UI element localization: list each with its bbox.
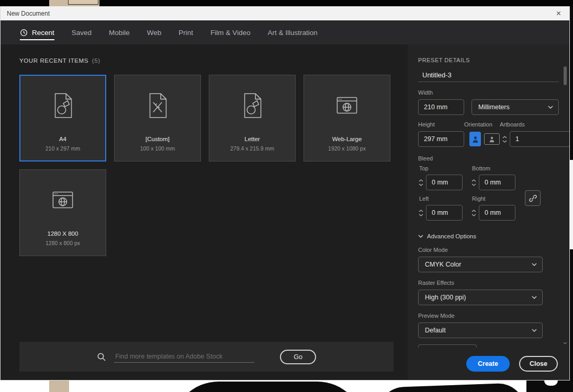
dialog-title: New Document [7, 10, 50, 17]
tab-art-illustration[interactable]: Art & Illustration [267, 20, 317, 44]
units-value: Millimeters [478, 103, 510, 111]
chevron-down-icon [419, 183, 423, 186]
scroll-down-arrow-icon[interactable] [563, 342, 567, 344]
chevron-up-icon [419, 210, 423, 212]
bleed-bottom-stepper[interactable] [471, 179, 477, 186]
preview-mode-value: Default [425, 327, 446, 334]
tab-web[interactable]: Web [147, 20, 162, 44]
chevron-up-icon [502, 136, 507, 139]
web-globe-icon [331, 89, 363, 122]
go-button[interactable]: Go [280, 350, 316, 364]
tab-film-video[interactable]: Film & Video [210, 20, 250, 44]
orientation-toggle [469, 132, 500, 146]
dialog-titlebar: New Document × [1, 6, 569, 20]
width-input[interactable] [418, 99, 464, 115]
bleed-bottom-input[interactable] [479, 175, 515, 190]
background-artwork [0, 381, 573, 392]
preset-details-heading: PRESET DETAILS [418, 57, 559, 63]
preset-card-letter[interactable]: Letter 279.4 x 215.9 mm [209, 75, 296, 162]
background-app-top [0, 0, 573, 6]
color-mode-dropdown[interactable]: CMYK Color [418, 257, 543, 272]
recent-items-heading-text: YOUR RECENT ITEMS [19, 57, 88, 64]
bleed-right-label: Right [472, 195, 523, 202]
chevron-down-icon [419, 214, 423, 216]
orientation-label: Orientation [464, 121, 500, 128]
screen: New Document × Recent Saved Mobile Web P… [0, 0, 573, 392]
raster-effects-value: High (300 ppi) [425, 294, 466, 301]
bleed-right-input[interactable] [479, 205, 515, 221]
chevron-up-icon [471, 179, 476, 182]
clock-icon [20, 29, 28, 37]
preset-details-scroll-area: PRESET DETAILS Width Millimeters [408, 44, 569, 348]
tab-recent[interactable]: Recent [20, 20, 54, 44]
tab-mobile[interactable]: Mobile [109, 20, 130, 44]
dialog-footer: Create Close [408, 348, 569, 380]
chevron-down-icon [502, 140, 507, 143]
preset-dimensions: 1280 x 800 px [46, 240, 80, 246]
color-mode-value: CMYK Color [425, 261, 461, 268]
preset-card-web-large[interactable]: Web-Large 1920 x 1080 px [304, 75, 390, 162]
preset-card-1280x800[interactable]: 1280 X 800 1280 x 800 px [19, 169, 106, 256]
units-dropdown[interactable]: Millimeters [471, 99, 559, 115]
chevron-down-icon [532, 296, 537, 299]
raster-effects-label: Raster Effects [418, 280, 559, 286]
bleed-top-input[interactable] [426, 175, 463, 190]
chevron-down-icon [471, 214, 476, 216]
bleed-top-stepper[interactable] [418, 179, 424, 186]
color-mode-label: Color Mode [418, 247, 559, 253]
tab-bar: Recent Saved Mobile Web Print Film & Vid… [1, 20, 569, 44]
preset-name: A4 [59, 136, 66, 142]
height-input[interactable] [418, 131, 464, 147]
chevron-down-icon [471, 183, 476, 186]
width-label: Width [418, 89, 559, 96]
tab-label: Saved [72, 29, 92, 37]
recent-items-heading: YOUR RECENT ITEMS (5) [19, 57, 394, 64]
artboard-document-icon [236, 89, 268, 122]
chevron-down-icon [532, 263, 537, 266]
bleed-right-stepper[interactable] [471, 210, 477, 216]
portrait-person-icon [472, 135, 479, 143]
tab-saved[interactable]: Saved [72, 20, 92, 44]
artboards-label: Artboards [500, 121, 559, 128]
preset-dimensions: 100 x 100 mm [140, 145, 175, 152]
panel-scrollbar[interactable] [564, 59, 567, 344]
preset-name: Letter [244, 136, 260, 142]
advanced-options-label: Advanced Options [427, 233, 476, 239]
advanced-options-toggle[interactable]: Advanced Options [418, 233, 559, 239]
tab-label: Web [147, 29, 162, 37]
preset-card-a4[interactable]: A4 210 x 297 mm [19, 75, 106, 162]
preset-card-custom[interactable]: [Custom] 100 x 100 mm [114, 75, 201, 162]
scrollbar-thumb[interactable] [564, 66, 567, 85]
artwork-shape [172, 382, 364, 392]
bleed-top-label: Top [419, 165, 470, 171]
artboards-input[interactable] [510, 131, 569, 147]
bleed-link-toggle-button[interactable] [525, 190, 541, 206]
background-right-strip [570, 6, 573, 381]
document-name-input[interactable] [418, 68, 559, 82]
preset-name: 1280 X 800 [48, 230, 78, 237]
partially-visible-control [418, 344, 477, 348]
tab-label: Mobile [109, 29, 130, 37]
artwork-shape [377, 383, 525, 392]
close-icon[interactable]: × [554, 9, 563, 18]
tab-print[interactable]: Print [178, 20, 193, 44]
background-small-tab [68, 0, 98, 5]
artboards-stepper[interactable] [502, 136, 508, 143]
preset-dimensions: 210 x 297 mm [46, 145, 81, 152]
orientation-portrait-button[interactable] [469, 132, 481, 146]
close-button[interactable]: Close [519, 356, 558, 372]
chevron-up-icon [419, 179, 423, 182]
create-button[interactable]: Create [466, 356, 510, 372]
raster-effects-dropdown[interactable]: High (300 ppi) [418, 290, 543, 305]
tab-label: Recent [32, 29, 54, 37]
artboards-control [502, 131, 569, 147]
bleed-label: Bleed [418, 155, 559, 162]
new-document-dialog: New Document × Recent Saved Mobile Web P… [0, 6, 570, 381]
preview-mode-dropdown[interactable]: Default [418, 322, 543, 338]
orientation-landscape-button[interactable] [484, 133, 500, 145]
search-icon [97, 352, 106, 362]
preset-name: Web-Large [332, 136, 362, 142]
bleed-left-stepper[interactable] [418, 210, 424, 216]
stock-search-input[interactable] [114, 351, 254, 363]
bleed-left-input[interactable] [426, 205, 463, 221]
